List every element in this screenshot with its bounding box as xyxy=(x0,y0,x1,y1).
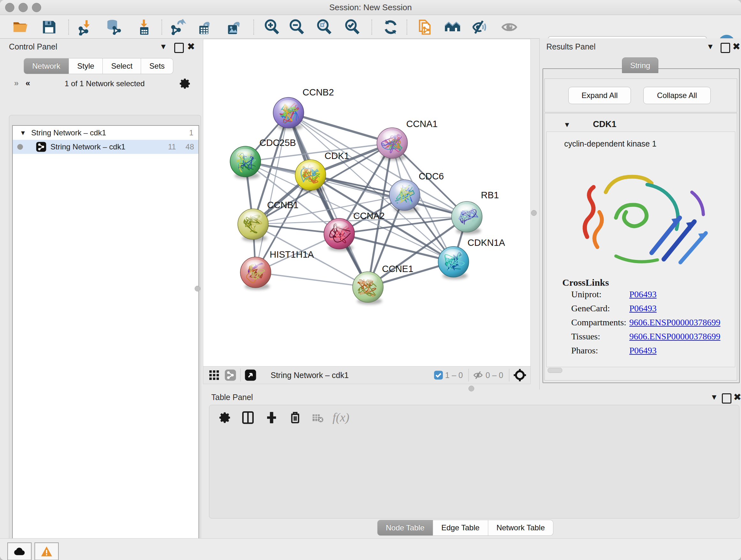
graph-node-CDKN1A[interactable]: CDKN1A xyxy=(438,238,505,279)
expand-all-networks-icon[interactable]: « xyxy=(25,80,30,86)
crosslink-link[interactable]: P06493 xyxy=(629,289,657,302)
graph-edge-HIST1H1A-CCNE1[interactable] xyxy=(256,272,368,287)
network-collection-row[interactable]: ▼ String Network – cdk1 1 xyxy=(13,126,199,140)
table-panel-float-icon[interactable]: ▼ xyxy=(711,393,718,401)
apply-function-icon: f(x) xyxy=(333,410,349,424)
results-panel-undock-icon[interactable] xyxy=(721,43,730,53)
export-image-icon xyxy=(226,19,243,36)
status-bar: Memory xyxy=(0,538,741,560)
zoom-out-icon xyxy=(288,19,305,36)
fit-content-crosshair-icon[interactable] xyxy=(513,368,527,382)
delete-column-trash-icon[interactable] xyxy=(288,411,302,424)
zoom-fit-button[interactable] xyxy=(315,18,333,36)
hide-selected-button[interactable] xyxy=(471,18,489,36)
graph-node-HIST1H1A[interactable]: HIST1H1A xyxy=(240,249,314,290)
control-panel-tabs: NetworkStyleSelectSets xyxy=(23,58,173,74)
network-options-gear-icon[interactable] xyxy=(179,77,192,90)
zoom-in-button[interactable] xyxy=(263,18,281,36)
tab-network-table[interactable]: Network Table xyxy=(488,520,554,536)
eye-icon xyxy=(501,19,518,36)
tree-expand-icon[interactable]: ▼ xyxy=(20,129,26,137)
results-tab-string[interactable]: String xyxy=(622,57,658,73)
crosslink-link[interactable]: P06493 xyxy=(629,346,657,358)
crosslink-link[interactable]: 9606.ENSP00000378699 xyxy=(629,331,720,344)
clone-network-icon xyxy=(417,19,433,36)
results-panel-float-icon[interactable]: ▼ xyxy=(706,42,714,51)
collapse-all-networks-icon[interactable]: » xyxy=(14,80,18,86)
results-panel-close-icon[interactable]: ✖ xyxy=(732,41,740,52)
crosslink-link[interactable]: 9606.ENSP00000378699 xyxy=(629,317,720,330)
export-table-button[interactable] xyxy=(196,18,214,36)
toolbar-separator xyxy=(407,19,407,35)
graph-node-CDC25B[interactable]: CDC25B xyxy=(230,138,296,179)
warnings-button[interactable] xyxy=(35,543,59,560)
import-network-database-button[interactable] xyxy=(105,18,123,36)
grid-view-icon[interactable] xyxy=(208,369,220,381)
window-title: Session: New Session xyxy=(0,3,741,12)
protein-structure-image xyxy=(568,154,721,275)
title-bar: Session: New Session xyxy=(0,0,741,15)
export-network-button[interactable] xyxy=(169,18,187,36)
crosslink-row: Pharos:P06493 xyxy=(571,346,731,358)
zoom-selected-icon xyxy=(344,19,360,36)
graph-edge-CCNB2-HIST1H1A[interactable] xyxy=(256,113,288,272)
graph-edge-CCNB2-CCNE1[interactable] xyxy=(288,113,368,287)
tab-node-table[interactable]: Node Table xyxy=(377,520,433,536)
import-table-button[interactable] xyxy=(135,18,153,36)
clone-network-button[interactable] xyxy=(416,18,434,36)
network-graph[interactable]: CCNB2CCNA1CDC25BCDK1CDC6RB1CCNB1CCNA2CDK… xyxy=(203,39,530,366)
table-settings-gear-icon[interactable] xyxy=(218,411,232,424)
graph-node-CCNE1[interactable]: CCNE1 xyxy=(353,264,413,305)
network-canvas[interactable]: CCNB2CCNA1CDC25BCDK1CDC6RB1CCNB1CCNA2CDK… xyxy=(203,39,531,367)
control-panel-float-icon[interactable]: ▼ xyxy=(159,42,167,51)
selected-checkbox-icon[interactable] xyxy=(434,370,443,380)
graph-node-CCNB1[interactable]: CCNB1 xyxy=(238,200,298,242)
save-session-button[interactable] xyxy=(40,18,58,36)
tab-sets[interactable]: Sets xyxy=(141,58,173,74)
import-table-icon xyxy=(136,19,152,36)
vertical-splitter-handle[interactable] xyxy=(195,286,200,292)
tab-select[interactable]: Select xyxy=(103,58,141,74)
control-panel-undock-icon[interactable] xyxy=(174,43,184,53)
toolbar-divider xyxy=(509,369,509,381)
entry-description: cyclin-dependent kinase 1 xyxy=(564,139,657,148)
control-panel: Control Panel ▼ ✖ NetworkStyleSelectSets… xyxy=(3,38,203,538)
network-name: String Network – cdk1 xyxy=(51,142,125,151)
cloud-icon xyxy=(13,547,26,556)
tab-edge-table[interactable]: Edge Table xyxy=(433,520,488,536)
open-session-button[interactable] xyxy=(11,18,29,36)
graph-node-RB1[interactable]: RB1 xyxy=(452,190,499,234)
crosslink-row: Uniprot:P06493 xyxy=(571,289,731,302)
add-column-icon[interactable] xyxy=(265,411,278,424)
string-home-button[interactable] xyxy=(444,18,461,36)
refresh-button[interactable] xyxy=(382,18,400,36)
toolbar-separator xyxy=(372,19,372,35)
table-tabs: Node TableEdge TableNetwork Table xyxy=(377,520,553,536)
birdseye-view-icon[interactable] xyxy=(245,369,257,381)
crosslink-row: Compartments:9606.ENSP00000378699 xyxy=(571,317,731,330)
crosslink-link[interactable]: P06493 xyxy=(629,303,657,316)
network-type-icon xyxy=(36,141,47,152)
expand-all-button[interactable]: Expand All xyxy=(568,87,631,104)
network-row[interactable]: String Network – cdk1 11 48 xyxy=(13,140,199,154)
tab-network[interactable]: Network xyxy=(23,58,69,74)
graph-edge-CCNB2-CCNA1[interactable] xyxy=(288,113,392,143)
table-panel-undock-icon[interactable] xyxy=(722,393,731,403)
control-panel-close-icon[interactable]: ✖ xyxy=(187,41,195,52)
graph-node-CCNA1[interactable]: CCNA1 xyxy=(377,119,437,161)
collapse-all-button[interactable]: Collapse All xyxy=(643,87,711,104)
collection-name: String Network – cdk1 xyxy=(31,128,106,137)
show-all-button[interactable] xyxy=(500,18,518,36)
show-columns-icon[interactable] xyxy=(241,411,255,424)
table-panel-close-icon[interactable]: ✖ xyxy=(733,391,741,402)
network-view-icon[interactable] xyxy=(224,369,237,381)
zoom-out-button[interactable] xyxy=(288,18,306,36)
export-image-button[interactable] xyxy=(225,18,243,36)
vertical-splitter-handle[interactable] xyxy=(531,210,537,216)
entry-collapse-icon[interactable]: ▼ xyxy=(563,121,570,129)
tab-style[interactable]: Style xyxy=(69,58,103,74)
cloud-status-button[interactable] xyxy=(7,543,31,560)
zoom-selected-button[interactable] xyxy=(343,18,361,36)
import-network-file-button[interactable] xyxy=(77,18,94,36)
results-hscrollbar[interactable] xyxy=(548,368,562,373)
